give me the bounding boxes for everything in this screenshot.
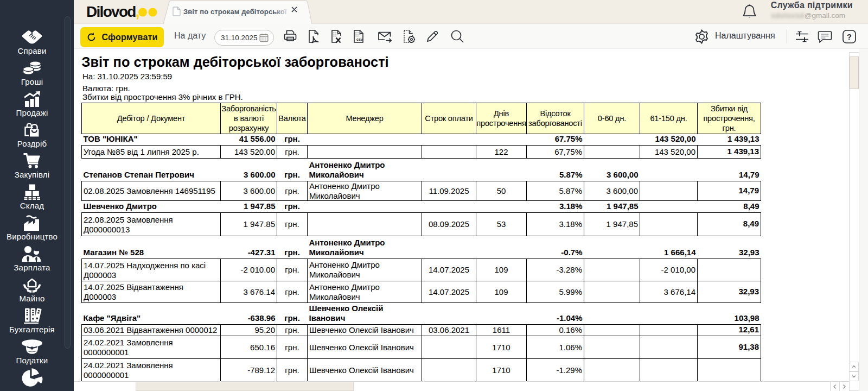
svg-text:?: ? xyxy=(847,33,852,41)
svg-text:csv: csv xyxy=(356,37,363,41)
